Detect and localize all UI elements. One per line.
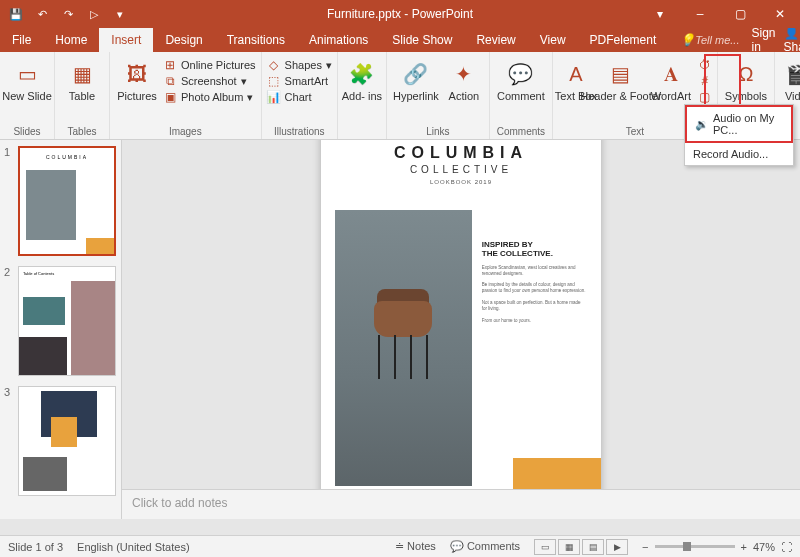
language-indicator[interactable]: English (United States)	[77, 541, 190, 553]
zoom-in-button[interactable]: +	[741, 541, 747, 553]
thumb-num-2: 2	[4, 266, 14, 376]
slide-title[interactable]: COLUMBIA	[321, 144, 601, 162]
title-bar: 💾 ↶ ↷ ▷ ▾ Furniture.pptx - PowerPoint ▾ …	[0, 0, 800, 28]
object-button[interactable]: ▢	[698, 90, 712, 104]
tab-review[interactable]: Review	[464, 28, 527, 52]
group-label-addins	[343, 137, 381, 139]
chair-image[interactable]	[335, 210, 472, 486]
online-pictures-button[interactable]: ⊞Online Pictures	[163, 58, 256, 72]
audio-dropdown-menu: 🔉 Audio on My PC... Record Audio...	[684, 104, 794, 166]
table-button[interactable]: ▦Table	[60, 54, 104, 102]
ribbon-options-button[interactable]: ▾	[640, 0, 680, 28]
symbols-label: Symbols	[725, 90, 767, 102]
zoom-slider[interactable]	[655, 545, 735, 548]
screenshot-button[interactable]: ⧉Screenshot ▾	[163, 74, 256, 88]
slide-1[interactable]: COLUMBIA COLLECTIVE LOOKBOOK 2019 INSPIR…	[321, 140, 601, 489]
thumb-preview-1[interactable]: COLUMBIA	[18, 146, 116, 256]
video-button[interactable]: 🎬Video	[780, 54, 800, 102]
screenshot-icon: ⧉	[163, 74, 177, 88]
thumb-preview-3[interactable]	[18, 386, 116, 496]
thumbnail-1[interactable]: 1 COLUMBIA	[4, 146, 117, 256]
slide-number-button[interactable]: #	[698, 74, 712, 88]
wordart-button[interactable]: 𝐀WordArt	[648, 54, 694, 102]
slide-header: COLUMBIA COLLECTIVE LOOKBOOK 2019	[321, 140, 601, 185]
date-time-button[interactable]: ⏱	[698, 58, 712, 72]
undo-button[interactable]: ↶	[30, 3, 54, 25]
orange-accent-block[interactable]	[513, 458, 601, 490]
group-images: 🖼Pictures ⊞Online Pictures ⧉Screenshot ▾…	[110, 52, 262, 139]
slide-indicator[interactable]: Slide 1 of 3	[8, 541, 63, 553]
action-label: Action	[449, 90, 480, 102]
action-button[interactable]: ✦Action	[444, 54, 484, 102]
thumbnail-2[interactable]: 2 Table of Contents	[4, 266, 117, 376]
group-slides: ▭New Slide Slides	[0, 52, 55, 139]
object-icon: ▢	[698, 90, 712, 104]
record-audio-label: Record Audio...	[693, 148, 768, 160]
normal-view-button[interactable]: ▭	[534, 539, 556, 555]
tell-me-search[interactable]: 💡 Tell me...	[668, 28, 751, 52]
zoom-thumb[interactable]	[683, 542, 691, 551]
photo-album-button[interactable]: ▣Photo Album ▾	[163, 90, 256, 104]
slide-headline-1: INSPIRED BY	[482, 240, 587, 250]
redo-button[interactable]: ↷	[56, 3, 80, 25]
new-slide-button[interactable]: ▭New Slide	[5, 54, 49, 102]
tab-design[interactable]: Design	[153, 28, 214, 52]
tab-view[interactable]: View	[528, 28, 578, 52]
tab-home[interactable]: Home	[43, 28, 99, 52]
tab-pdfelement[interactable]: PDFelement	[578, 28, 669, 52]
group-label-comments: Comments	[495, 126, 547, 139]
account-area: Sign in 👤 Share	[752, 28, 801, 52]
zoom-percent[interactable]: 47%	[753, 541, 775, 553]
tab-animations[interactable]: Animations	[297, 28, 380, 52]
save-button[interactable]: 💾	[4, 3, 28, 25]
sign-in-link[interactable]: Sign in	[752, 26, 776, 54]
minimize-button[interactable]: –	[680, 0, 720, 28]
tab-file[interactable]: File	[0, 28, 43, 52]
comments-toggle[interactable]: 💬 Comments	[450, 540, 520, 553]
pictures-button[interactable]: 🖼Pictures	[115, 54, 159, 102]
notes-toggle[interactable]: ≐ Notes	[395, 540, 436, 553]
slide-tagline[interactable]: LOOKBOOK 2019	[321, 179, 601, 185]
header-footer-button[interactable]: ▤Header & Footer	[598, 54, 644, 102]
maximize-button[interactable]: ▢	[720, 0, 760, 28]
slide-subtitle[interactable]: COLLECTIVE	[321, 164, 601, 175]
tab-insert[interactable]: Insert	[99, 28, 153, 52]
shapes-button[interactable]: ◇Shapes ▾	[267, 58, 332, 72]
slide-para-2: Be inspired by the details of colour, de…	[482, 282, 587, 294]
slide-para-3: Not a space built on perfection. But a h…	[482, 300, 587, 312]
start-slideshow-button[interactable]: ▷	[82, 3, 106, 25]
group-comments: 💬Comment Comments	[490, 52, 553, 139]
smartart-icon: ⬚	[267, 74, 281, 88]
smartart-button[interactable]: ⬚SmartArt	[267, 74, 332, 88]
addins-button[interactable]: 🧩Add- ins	[343, 54, 381, 102]
thumbnail-3[interactable]: 3	[4, 386, 117, 496]
workspace: 1 COLUMBIA 2 Table of Contents 3	[0, 140, 800, 519]
slide-canvas[interactable]: COLUMBIA COLLECTIVE LOOKBOOK 2019 INSPIR…	[122, 140, 800, 489]
date-icon: ⏱	[698, 58, 712, 72]
tab-transitions[interactable]: Transitions	[215, 28, 297, 52]
zoom-out-button[interactable]: −	[642, 541, 648, 553]
equation-icon: Ω	[732, 60, 760, 88]
comment-button[interactable]: 💬Comment	[495, 54, 547, 102]
hyperlink-button[interactable]: 🔗Hyperlink	[392, 54, 440, 102]
close-button[interactable]: ✕	[760, 0, 800, 28]
table-label: Table	[69, 90, 95, 102]
fit-to-window-button[interactable]: ⛶	[781, 541, 792, 553]
symbols-button[interactable]: ΩSymbols	[723, 54, 769, 102]
slide-text-block[interactable]: INSPIRED BY THE COLLECTIVE. Explore Scan…	[482, 210, 587, 486]
tab-slideshow[interactable]: Slide Show	[380, 28, 464, 52]
record-audio-item[interactable]: Record Audio...	[685, 143, 793, 165]
slideshow-view-button[interactable]: ▶	[606, 539, 628, 555]
audio-on-my-pc-item[interactable]: 🔉 Audio on My PC...	[685, 105, 793, 143]
view-buttons: ▭ ▦ ▤ ▶	[534, 539, 628, 555]
online-pictures-label: Online Pictures	[181, 59, 256, 71]
slide-thumbnails-panel[interactable]: 1 COLUMBIA 2 Table of Contents 3	[0, 140, 122, 519]
qat-customize-button[interactable]: ▾	[108, 3, 132, 25]
chart-button[interactable]: 📊Chart	[267, 90, 332, 104]
sorter-view-button[interactable]: ▦	[558, 539, 580, 555]
reading-view-button[interactable]: ▤	[582, 539, 604, 555]
notes-pane[interactable]: Click to add notes	[122, 489, 800, 519]
share-button[interactable]: 👤 Share	[784, 26, 800, 54]
window-controls: ▾ – ▢ ✕	[640, 0, 800, 28]
thumb-preview-2[interactable]: Table of Contents	[18, 266, 116, 376]
